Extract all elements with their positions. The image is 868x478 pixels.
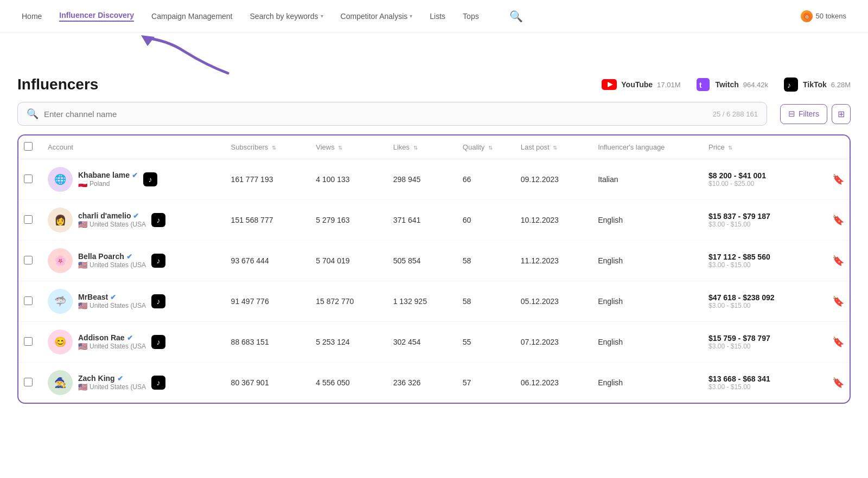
price-cell: $8 200 - $41 001 $10.00 - $25.00	[703, 159, 827, 200]
tiktok-badge[interactable]: ♪ TikTok 6.28M	[783, 77, 851, 92]
search-icon[interactable]: 🔍	[509, 10, 523, 23]
twitch-badge[interactable]: t Twitch 964.42k	[695, 77, 768, 92]
nav-campaign-management[interactable]: Campaign Management	[151, 12, 232, 21]
nav-lists[interactable]: Lists	[430, 12, 445, 21]
search-area: 🔍 25 / 6 288 161 ⊟ Filters ⊞	[0, 102, 868, 134]
quality-cell: 57	[457, 363, 515, 403]
token-badge: ⊙	[801, 10, 813, 22]
bookmark-icon[interactable]: 🔖	[832, 377, 844, 388]
arrow-decoration	[0, 33, 868, 76]
bookmark-icon[interactable]: 🔖	[832, 215, 844, 225]
influencer-table: Account Subscribers ⇅ Views ⇅ Likes ⇅ Qu…	[18, 135, 850, 403]
flag-icon: 🇵🇱	[78, 179, 87, 188]
verified-icon: ✔	[133, 212, 139, 220]
arrow-icon	[108, 33, 250, 76]
chevron-down-icon: ▾	[321, 13, 323, 19]
row-checkbox[interactable]	[24, 175, 33, 183]
account-cell: 😊 Addison Rae ✔ 🇺🇸 United States (USA ♪	[48, 330, 220, 354]
bookmark-cell[interactable]: 🔖	[827, 363, 850, 403]
price-main: $13 668 - $68 341	[709, 374, 821, 383]
bookmark-cell[interactable]: 🔖	[827, 159, 850, 200]
svg-text:♪: ♪	[787, 81, 791, 89]
row-checkbox[interactable]	[24, 256, 33, 264]
table-row: 😊 Addison Rae ✔ 🇺🇸 United States (USA ♪ …	[18, 322, 850, 363]
bookmark-icon[interactable]: 🔖	[832, 255, 844, 266]
nav-search-by-keywords[interactable]: Search by keywords ▾	[250, 12, 323, 21]
language-cell: English	[592, 363, 703, 403]
nav-tops[interactable]: Tops	[463, 12, 479, 21]
flag-icon: 🇺🇸	[78, 383, 87, 391]
last-post-cell: 06.12.2023	[515, 363, 592, 403]
chevron-down-icon: ▾	[410, 13, 412, 19]
table-body: 🌐 Khabane lame ✔ 🇵🇱 Poland ♪ 161 777 193…	[18, 159, 850, 403]
col-header-subscribers[interactable]: Subscribers ⇅	[226, 135, 311, 159]
youtube-count: 17.01M	[657, 81, 680, 89]
youtube-label: YouTube	[621, 80, 653, 89]
select-all-checkbox[interactable]	[24, 142, 33, 151]
likes-cell: 371 641	[388, 200, 457, 241]
row-checkbox[interactable]	[24, 378, 33, 386]
col-header-price[interactable]: Price ⇅	[703, 135, 827, 159]
search-bar: 🔍 25 / 6 288 161	[17, 102, 767, 126]
bookmark-icon[interactable]: 🔖	[832, 174, 844, 185]
language-cell: English	[592, 241, 703, 281]
avatar: 😊	[48, 330, 73, 354]
price-sub: $10.00 - $25.00	[709, 180, 821, 188]
quality-cell: 66	[457, 159, 515, 200]
bookmark-cell[interactable]: 🔖	[827, 200, 850, 241]
account-info: Addison Rae ✔ 🇺🇸 United States (USA	[78, 333, 146, 351]
tiktok-count: 6.28M	[831, 81, 851, 89]
account-info: charli d'amelio ✔ 🇺🇸 United States (USA	[78, 211, 146, 229]
sort-icon: ⇅	[553, 145, 557, 151]
bookmark-cell[interactable]: 🔖	[827, 241, 850, 281]
row-checkbox[interactable]	[24, 337, 33, 346]
table-row: 🌐 Khabane lame ✔ 🇵🇱 Poland ♪ 161 777 193…	[18, 159, 850, 200]
svg-rect-7	[784, 77, 798, 92]
bookmark-cell[interactable]: 🔖	[827, 322, 850, 363]
filters-button[interactable]: ⊟ Filters	[780, 104, 827, 124]
nav-home[interactable]: Home	[22, 12, 42, 21]
search-icon: 🔍	[27, 108, 39, 120]
search-input[interactable]	[44, 109, 707, 119]
language-cell: Italian	[592, 159, 703, 200]
page-title: Influencers	[17, 76, 98, 93]
nav-competitor-analysis[interactable]: Competitor Analysis ▾	[341, 12, 413, 21]
quality-cell: 55	[457, 322, 515, 363]
avatar: 🌸	[48, 248, 73, 273]
subscribers-cell: 93 676 444	[226, 241, 311, 281]
verified-icon: ✔	[126, 253, 132, 261]
youtube-badge[interactable]: YouTube 17.01M	[602, 77, 680, 92]
twitch-icon: t	[695, 77, 711, 92]
platform-tiktok-icon: ♪	[151, 254, 165, 268]
price-cell: $17 112 - $85 560 $3.00 - $15.00	[703, 241, 827, 281]
col-header-views[interactable]: Views ⇅	[310, 135, 387, 159]
col-header-likes[interactable]: Likes ⇅	[388, 135, 457, 159]
search-count: 25 / 6 288 161	[713, 110, 758, 118]
col-header-quality[interactable]: Quality ⇅	[457, 135, 515, 159]
avatar: 👩	[48, 208, 73, 232]
row-checkbox[interactable]	[24, 296, 33, 305]
avatar: 🌐	[48, 167, 73, 192]
col-header-last-post[interactable]: Last post ⇅	[515, 135, 592, 159]
table-header-row: Account Subscribers ⇅ Views ⇅ Likes ⇅ Qu…	[18, 135, 850, 159]
svg-marker-2	[141, 35, 155, 46]
row-checkbox[interactable]	[24, 215, 33, 224]
account-cell: 🦈 MrBeast ✔ 🇺🇸 United States (USA ♪	[48, 289, 220, 314]
col-header-bookmark	[827, 135, 850, 159]
nav-influencer-discovery[interactable]: Influencer Discovery	[59, 11, 134, 22]
tiktok-label: TikTok	[803, 80, 827, 89]
account-country: 🇺🇸 United States (USA	[78, 220, 146, 229]
flag-icon: 🇺🇸	[78, 261, 87, 269]
price-sub: $3.00 - $15.00	[709, 343, 821, 350]
account-name: Zach King ✔	[78, 374, 146, 383]
sort-icon: ⇅	[728, 145, 732, 151]
platform-tiktok-icon: ♪	[151, 213, 165, 227]
account-country: 🇺🇸 United States (USA	[78, 301, 146, 310]
bookmark-icon[interactable]: 🔖	[832, 337, 844, 347]
likes-cell: 505 854	[388, 241, 457, 281]
views-cell: 15 872 770	[310, 281, 387, 322]
settings-filter-button[interactable]: ⊞	[832, 104, 851, 124]
bookmark-icon[interactable]: 🔖	[832, 296, 844, 307]
account-name: charli d'amelio ✔	[78, 211, 146, 220]
bookmark-cell[interactable]: 🔖	[827, 281, 850, 322]
